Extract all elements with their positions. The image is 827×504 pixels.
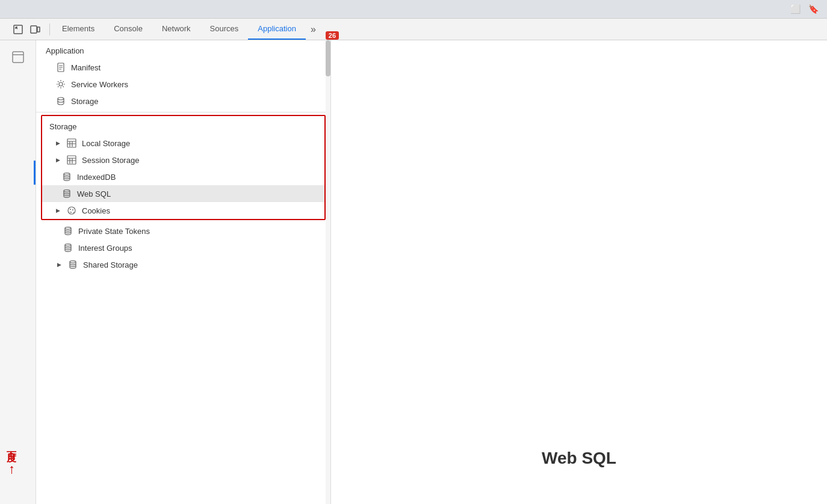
svg-point-17 (65, 227, 71, 230)
tab-divider (49, 23, 50, 35)
service-workers-icon (55, 79, 66, 90)
svg-rect-2 (37, 27, 40, 32)
sidebar-item-interest-groups[interactable]: Interest Groups (36, 239, 330, 256)
sidebar-item-storage-app[interactable]: Storage (36, 93, 330, 109)
sidebar-item-local-storage[interactable]: ▶ Local Storage (42, 135, 324, 152)
shared-storage-arrow[interactable]: ▶ (55, 261, 63, 268)
session-storage-icon (66, 155, 77, 165)
svg-point-12 (70, 209, 71, 210)
storage-section-header: Storage (42, 116, 324, 135)
svg-point-16 (69, 211, 70, 212)
cookies-icon (66, 205, 77, 216)
devtools-sidebar: Application Manifest (36, 40, 331, 504)
sidebar-blue-indicator (34, 161, 36, 185)
svg-point-5 (59, 82, 63, 86)
sidebar-item-service-workers[interactable]: Service Workers (36, 76, 330, 93)
tab-elements[interactable]: Elements (52, 19, 104, 40)
svg-point-19 (70, 261, 76, 263)
svg-point-9 (64, 173, 70, 176)
sidebar-item-manifest[interactable]: Manifest (36, 59, 330, 76)
svg-point-11 (68, 207, 75, 214)
session-storage-arrow[interactable]: ▶ (54, 156, 61, 164)
svg-point-6 (58, 97, 64, 100)
svg-rect-0 (14, 25, 22, 34)
svg-point-15 (73, 212, 74, 213)
section-divider-1 (36, 112, 330, 112)
tab-more-button[interactable]: » (306, 19, 321, 40)
local-storage-arrow[interactable]: ▶ (54, 140, 61, 147)
devtools-panel: Application Manifest (36, 40, 827, 504)
cursor-icon[interactable] (11, 22, 25, 37)
sidebar-scrollbar[interactable] (326, 40, 330, 504)
main-content-area: 百度 ↑ Application (0, 40, 827, 504)
devtools-main-panel: Web SQL (331, 40, 827, 504)
browser-sidebar-icon-1[interactable] (6, 45, 30, 69)
sidebar-item-cookies[interactable]: ▶ Cookies (42, 202, 324, 219)
svg-point-18 (65, 244, 71, 247)
svg-rect-3 (13, 52, 23, 63)
shared-storage-icon (67, 259, 78, 270)
top-chrome-bar: ⬜ 🔖 (0, 0, 827, 18)
sidebar-item-web-sql[interactable]: Web SQL (42, 185, 324, 202)
browser-sidebar: 百度 ↑ (0, 40, 36, 504)
svg-point-13 (72, 209, 73, 211)
svg-rect-8 (67, 156, 76, 164)
tab-network[interactable]: Network (152, 19, 200, 40)
device-icon[interactable] (28, 22, 42, 37)
sidebar-item-session-storage[interactable]: ▶ Session Storage (42, 152, 324, 168)
private-state-tokens-icon (63, 226, 73, 236)
sidebar-item-indexeddb[interactable]: IndexedDB (42, 168, 324, 185)
baidu-up-icon[interactable]: ↑ (8, 461, 15, 477)
svg-rect-7 (67, 139, 76, 147)
svg-rect-1 (31, 26, 37, 33)
tab-application[interactable]: Application (248, 19, 306, 40)
local-storage-icon (66, 138, 77, 149)
interest-groups-icon (63, 242, 73, 253)
main-panel-title: Web SQL (542, 449, 616, 468)
tab-sources[interactable]: Sources (200, 19, 249, 40)
manifest-icon (55, 62, 66, 73)
cookies-arrow[interactable]: ▶ (54, 207, 61, 214)
app-section-header: Application (36, 40, 330, 59)
devtools-container: Elements Console Network Sources Applica… (0, 18, 827, 504)
sidebar-item-shared-storage[interactable]: ▶ Shared Storage (36, 256, 330, 273)
web-sql-icon (61, 188, 72, 199)
tab-console[interactable]: Console (104, 19, 152, 40)
chrome-btn-1[interactable]: ⬜ (788, 2, 802, 16)
indexeddb-icon (61, 171, 72, 182)
error-badge: 26 (326, 31, 339, 40)
storage-app-icon (55, 96, 66, 106)
chrome-btn-2[interactable]: 🔖 (807, 2, 820, 16)
svg-point-14 (70, 212, 72, 213)
sidebar-item-private-state-tokens[interactable]: Private State Tokens (36, 223, 330, 239)
storage-section-box: Storage ▶ Local Storage (41, 115, 326, 220)
sidebar-scrollbar-thumb[interactable] (326, 40, 330, 76)
devtools-tab-bar: Elements Console Network Sources Applica… (0, 19, 827, 40)
svg-point-10 (64, 190, 70, 192)
tab-icon-group (6, 19, 47, 40)
